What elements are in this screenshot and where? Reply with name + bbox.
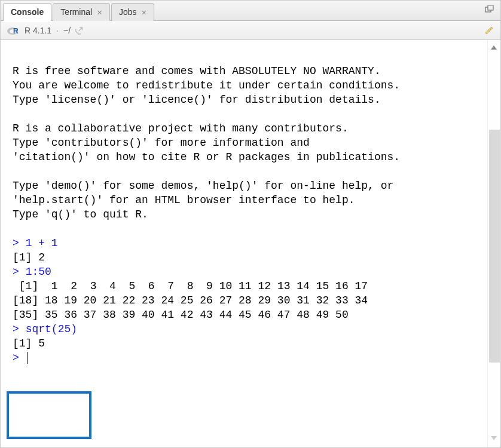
prompt-symbol: > <box>13 266 19 278</box>
tab-label: Jobs <box>119 7 137 17</box>
share-icon[interactable] <box>75 26 85 35</box>
tab-terminal[interactable]: Terminal × <box>53 3 110 21</box>
scroll-thumb[interactable] <box>489 130 500 363</box>
console-result: [1] 1 2 3 4 5 6 7 8 9 10 11 12 13 14 15 … <box>13 280 368 321</box>
console-command: 1:50 <box>26 266 51 278</box>
prompt-symbol: > <box>13 352 19 364</box>
console-result: [1] 5 <box>13 337 45 349</box>
cursor <box>27 352 28 364</box>
tab-label: Console <box>11 7 44 17</box>
svg-text:R: R <box>13 27 19 35</box>
console-output[interactable]: R is free software and comes with ABSOLU… <box>1 40 487 447</box>
console-toolbar: R R 4.1.1 · ~/ <box>1 21 500 40</box>
prompt-symbol: > <box>13 323 19 335</box>
close-icon[interactable]: × <box>97 8 102 17</box>
working-directory-label[interactable]: ~/ <box>63 26 71 35</box>
clear-console-icon[interactable] <box>484 25 494 38</box>
tab-bar: Console Terminal × Jobs × <box>1 1 500 21</box>
tab-console[interactable]: Console <box>3 3 51 21</box>
separator: · <box>56 26 59 35</box>
svg-rect-1 <box>488 5 493 10</box>
svg-marker-5 <box>491 45 497 50</box>
console-command: 1 + 1 <box>26 237 58 249</box>
r-version-label: R 4.1.1 <box>25 26 51 35</box>
tab-jobs[interactable]: Jobs × <box>111 3 154 21</box>
maximize-icon[interactable] <box>485 5 494 14</box>
tab-label: Terminal <box>60 7 92 17</box>
scroll-up-icon[interactable] <box>490 44 498 54</box>
r-logo-icon: R <box>7 25 20 36</box>
console-result: [1] 2 <box>13 251 45 263</box>
svg-marker-6 <box>491 436 497 440</box>
scrollbar[interactable] <box>487 40 500 447</box>
scroll-down-icon[interactable] <box>490 434 498 444</box>
console-area: R is free software and comes with ABSOLU… <box>1 40 500 447</box>
close-icon[interactable]: × <box>141 8 146 17</box>
prompt-symbol: > <box>13 237 19 249</box>
console-intro-text: R is free software and comes with ABSOLU… <box>13 65 400 220</box>
console-command: sqrt(25) <box>26 323 77 335</box>
